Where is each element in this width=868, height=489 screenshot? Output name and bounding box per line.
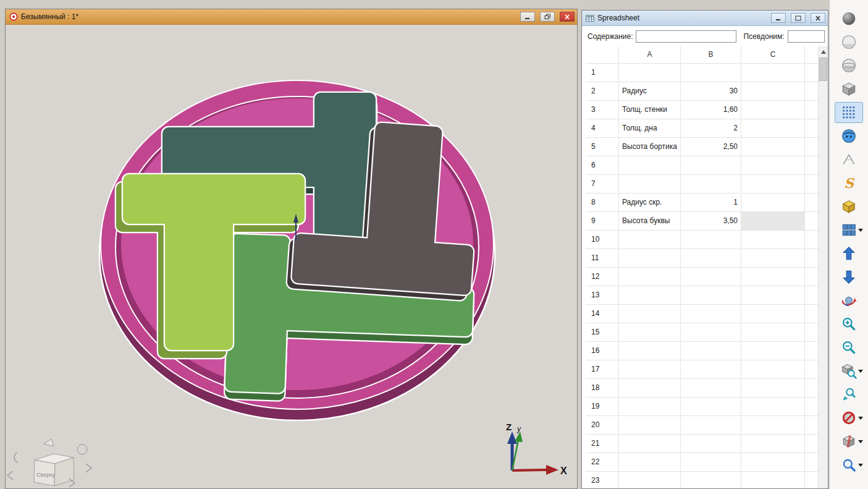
cell-C11[interactable] (741, 249, 805, 268)
cell-B22[interactable] (681, 453, 741, 472)
toolbar-zoom-in[interactable] (835, 313, 863, 334)
spreadsheet-titlebar[interactable]: Spreadsheet (582, 11, 828, 26)
row-header-21[interactable]: 21 (586, 435, 619, 453)
row-header-22[interactable]: 22 (586, 453, 619, 472)
cell-A1[interactable] (619, 64, 681, 82)
toolbar-move-up[interactable] (835, 243, 863, 264)
cell-C23[interactable] (741, 472, 805, 488)
cell-A3[interactable]: Толщ. стенки (619, 101, 681, 119)
row-header-17[interactable]: 17 (586, 360, 619, 379)
row-header-16[interactable]: 16 (586, 342, 619, 360)
cell-C6[interactable] (741, 156, 805, 175)
cell-C4[interactable] (741, 119, 805, 138)
cell-A5[interactable]: Высота бортика (619, 138, 681, 156)
restore-button[interactable] (540, 12, 555, 22)
cell-A16[interactable] (619, 342, 681, 360)
cell-A2[interactable]: Радиус (619, 82, 681, 101)
cell-B12[interactable] (681, 268, 741, 286)
cell-C19[interactable] (741, 398, 805, 416)
row-header-9[interactable]: 9 (586, 212, 619, 231)
cell-B2[interactable]: 30 (681, 82, 741, 101)
cell-B15[interactable] (681, 323, 741, 342)
scroll-up-button[interactable] (819, 46, 828, 57)
cell-C2[interactable] (741, 82, 805, 101)
cell-B5[interactable]: 2,50 (681, 138, 741, 156)
row-header-19[interactable]: 19 (586, 398, 619, 416)
cell-C15[interactable] (741, 323, 805, 342)
cell-C17[interactable] (741, 360, 805, 379)
toolbar-part-box[interactable] (835, 196, 863, 217)
cell-C18[interactable] (741, 379, 805, 398)
toolbar-shaded-sphere[interactable] (835, 8, 863, 29)
vertical-scrollbar[interactable] (818, 46, 828, 488)
cell-C1[interactable] (741, 64, 805, 82)
toolbar-zoom-fit[interactable] (835, 360, 863, 381)
cell-A6[interactable] (619, 156, 681, 175)
row-header-2[interactable]: 2 (586, 82, 619, 101)
cell-B6[interactable] (681, 156, 741, 175)
row-header-18[interactable]: 18 (586, 379, 619, 398)
column-header-A[interactable]: A (619, 46, 681, 64)
dropdown-caret[interactable] (858, 417, 863, 420)
navigation-cube[interactable]: Сверху (7, 439, 91, 487)
corner-header[interactable] (586, 46, 619, 64)
dropdown-caret[interactable] (858, 370, 863, 373)
toolbar-isometric-arc[interactable] (835, 149, 863, 170)
toolbar-flat-sphere[interactable] (835, 32, 863, 53)
cell-C10[interactable] (741, 231, 805, 249)
cell-B19[interactable] (681, 398, 741, 416)
cell-A7[interactable] (619, 175, 681, 193)
row-header-15[interactable]: 15 (586, 323, 619, 342)
toolbar-box-view[interactable] (835, 79, 863, 100)
cell-B13[interactable] (681, 286, 741, 305)
spreadsheet-maximize-button[interactable] (791, 13, 806, 23)
cell-B18[interactable] (681, 379, 741, 398)
cell-A8[interactable]: Радиус скр. (619, 193, 681, 212)
cell-B11[interactable] (681, 249, 741, 268)
spreadsheet-close-button[interactable] (811, 13, 825, 23)
column-header-C[interactable]: C (741, 46, 805, 64)
cell-B20[interactable] (681, 416, 741, 435)
row-header-8[interactable]: 8 (586, 193, 619, 212)
cell-A13[interactable] (619, 286, 681, 305)
toolbar-wireframe-sphere[interactable] (835, 55, 863, 76)
cell-A22[interactable] (619, 453, 681, 472)
row-header-1[interactable]: 1 (586, 64, 619, 82)
cell-A10[interactable] (619, 231, 681, 249)
cell-A14[interactable] (619, 305, 681, 323)
row-header-14[interactable]: 14 (586, 305, 619, 323)
cell-C21[interactable] (741, 435, 805, 453)
cell-B14[interactable] (681, 305, 741, 323)
alias-input[interactable] (788, 30, 825, 43)
dropdown-caret[interactable] (858, 440, 863, 443)
toolbar-grid-view[interactable] (835, 102, 863, 123)
cell-B8[interactable]: 1 (681, 193, 741, 212)
cell-C16[interactable] (741, 342, 805, 360)
cell-C5[interactable] (741, 138, 805, 156)
column-header-B[interactable]: B (681, 46, 741, 64)
close-button[interactable] (560, 12, 575, 22)
toolbar-sketch-s[interactable]: S (835, 172, 863, 193)
toolbar-stop-block[interactable] (835, 407, 863, 428)
cell-C13[interactable] (741, 286, 805, 305)
toolbar-rotate-view[interactable] (835, 290, 863, 311)
row-header-4[interactable]: 4 (586, 119, 619, 138)
row-header-13[interactable]: 13 (586, 286, 619, 305)
toolbar-zoom-tool[interactable] (835, 454, 863, 475)
cell-C20[interactable] (741, 416, 805, 435)
toolbar-clipping-box[interactable] (835, 431, 863, 452)
cell-C22[interactable] (741, 453, 805, 472)
cell-A20[interactable] (619, 416, 681, 435)
cell-C3[interactable] (741, 101, 805, 119)
cell-B1[interactable] (681, 64, 741, 82)
cell-A4[interactable]: Толщ. дна (619, 119, 681, 138)
toolbar-array-grid[interactable] (835, 219, 863, 240)
cell-A21[interactable] (619, 435, 681, 453)
content-input[interactable] (636, 30, 736, 43)
cell-B16[interactable] (681, 342, 741, 360)
row-header-12[interactable]: 12 (586, 268, 619, 286)
toolbar-navigation-ball[interactable] (835, 125, 863, 147)
cell-B17[interactable] (681, 360, 741, 379)
cell-B21[interactable] (681, 435, 741, 453)
dropdown-caret[interactable] (858, 229, 863, 232)
